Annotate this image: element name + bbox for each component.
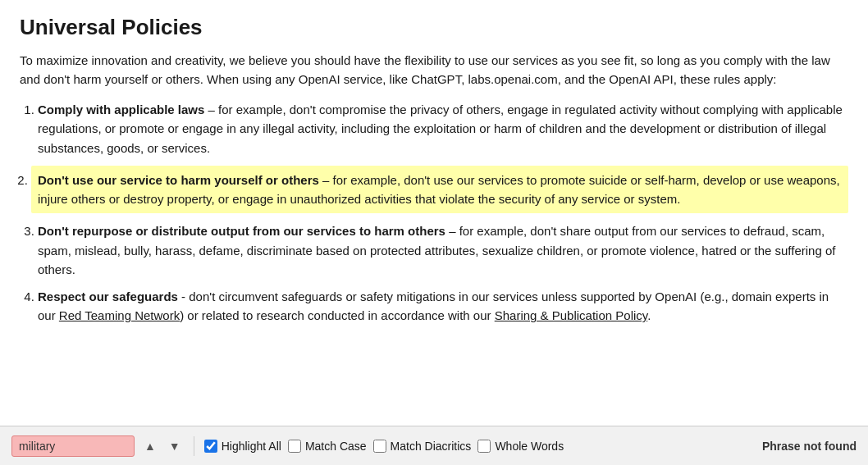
page-title: Universal Policies	[20, 15, 848, 40]
match-diacritics-checkbox[interactable]	[373, 440, 386, 453]
whole-words-checkbox[interactable]	[477, 440, 491, 453]
match-case-label[interactable]: Match Case	[288, 440, 367, 453]
match-diacritics-label[interactable]: Match Diacritics	[373, 440, 472, 453]
main-content: Universal Policies To maximize innovatio…	[0, 0, 868, 426]
match-diacritics-text: Match Diacritics	[391, 440, 472, 453]
item-4-sep: -	[178, 289, 189, 303]
policy-list: Comply with applicable laws – for exampl…	[20, 100, 848, 326]
item-1-sep: –	[204, 103, 218, 116]
whole-words-label[interactable]: Whole Words	[477, 440, 564, 453]
separator	[194, 436, 194, 456]
list-item: Comply with applicable laws – for exampl…	[38, 100, 848, 157]
highlight-all-checkbox[interactable]	[204, 440, 217, 453]
item-2-sep: –	[319, 173, 333, 187]
search-input[interactable]	[11, 435, 135, 457]
list-item: Respect our safeguards - don't circumven…	[38, 287, 848, 326]
highlight-all-label[interactable]: Highlight All	[204, 440, 281, 453]
list-item-highlighted: Don't use our service to harm yourself o…	[31, 166, 848, 214]
prev-match-button[interactable]: ▲	[141, 438, 159, 454]
find-bar: ▲ ▼ Highlight All Match Case Match Diacr…	[0, 426, 868, 465]
item-2-bold: Don't use our service to harm yourself o…	[38, 173, 319, 187]
match-case-checkbox[interactable]	[288, 440, 301, 453]
item-1-bold: Comply with applicable laws	[38, 103, 204, 116]
item-4-bold: Respect our safeguards	[38, 289, 178, 303]
search-status: Phrase not found	[762, 440, 857, 453]
red-teaming-link[interactable]: Red Teaming Network	[59, 308, 180, 322]
whole-words-text: Whole Words	[495, 440, 564, 453]
sharing-policy-link[interactable]: Sharing & Publication Policy	[495, 308, 648, 322]
highlight-all-text: Highlight All	[222, 440, 281, 453]
item-4-rest-mid: ) or related to research conducted in ac…	[180, 308, 495, 322]
item-3-sep: –	[445, 224, 459, 238]
next-match-button[interactable]: ▼	[166, 438, 184, 454]
item-4-rest-end: .	[647, 308, 651, 322]
list-item: Don't repurpose or distribute output fro…	[38, 221, 848, 279]
match-case-text: Match Case	[305, 440, 367, 453]
intro-paragraph: To maximize innovation and creativity, w…	[20, 52, 848, 89]
item-3-bold: Don't repurpose or distribute output fro…	[38, 224, 445, 238]
